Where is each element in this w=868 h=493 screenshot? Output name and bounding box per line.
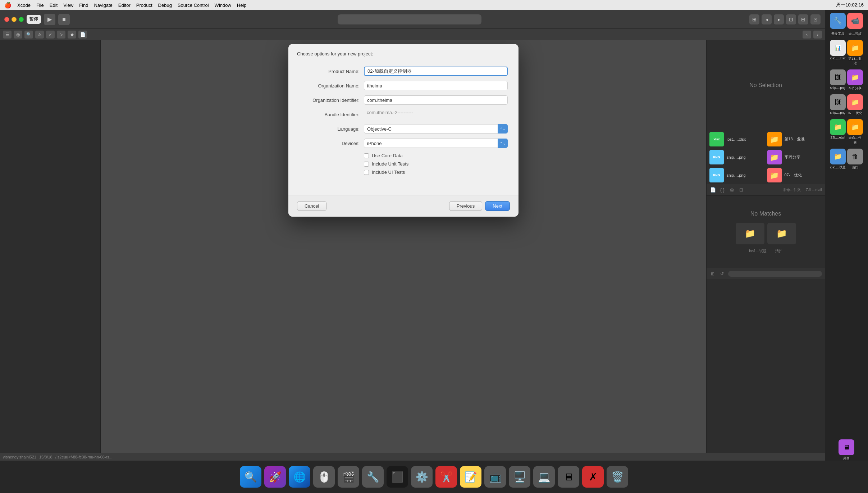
menu-edit[interactable]: Edit bbox=[50, 3, 58, 8]
org-name-label: Organization Name: bbox=[299, 83, 364, 89]
file-list: xlsx ios1….xlsx 📁 第13…业准 PNG snip….png 📁 bbox=[707, 130, 825, 184]
dock-launchpad[interactable]: 🚀 bbox=[264, 466, 286, 488]
dock-item-12[interactable]: 🖥️ bbox=[509, 466, 530, 488]
language-select[interactable]: Objective-C Swift bbox=[364, 124, 508, 134]
dock-video[interactable]: 🎬 bbox=[338, 466, 359, 488]
menu-view[interactable]: View bbox=[63, 3, 73, 8]
desktop-icon-row-5: 📁 📁 bbox=[830, 119, 863, 135]
menu-window[interactable]: Window bbox=[215, 3, 231, 8]
menu-navigate[interactable]: Navigate bbox=[94, 3, 112, 8]
language-label: Language: bbox=[299, 126, 364, 132]
include-ui-tests-label: Include UI Tests bbox=[372, 169, 405, 175]
minimize-button[interactable] bbox=[12, 17, 17, 22]
nav-debug-btn[interactable]: ▷ bbox=[57, 31, 65, 39]
rp-icon-4[interactable]: ⊡ bbox=[737, 186, 745, 194]
xcode-toolbar: 暂停 ▶ ■ ⊞ ◂ ▸ ⊡ ⊟ ⊡ bbox=[0, 10, 825, 29]
previous-button[interactable]: Previous bbox=[449, 201, 483, 211]
bundle-id-row: Bundle Identifier: com.itheima.-2-------… bbox=[299, 110, 508, 119]
nav-btn-2[interactable]: ▸ bbox=[774, 14, 784, 24]
right-panel-toolbar: 📄 { } ◎ ⊡ 未命…件夹 ZJL…etail bbox=[707, 184, 825, 196]
org-name-input[interactable] bbox=[364, 81, 508, 90]
nav-back-btn[interactable]: ‹ bbox=[803, 31, 811, 39]
dock-item-11[interactable]: 📺 bbox=[484, 466, 506, 488]
modal-body: Product Name: Organization Name: Organiz… bbox=[288, 59, 518, 195]
dock-finder[interactable]: 🔍 bbox=[240, 466, 261, 488]
desktop-label-row-5: ZJL…etail 未命…件夹 bbox=[830, 136, 863, 145]
product-name-label: Product Name: bbox=[299, 69, 364, 74]
toolbar-center bbox=[73, 14, 746, 24]
status-path: /.s2euu+f-88-fc38-rnu-hn-08-rs... bbox=[55, 455, 113, 459]
org-identifier-input[interactable] bbox=[364, 95, 508, 105]
include-unit-tests-checkbox[interactable] bbox=[364, 162, 369, 167]
include-ui-tests-checkbox[interactable] bbox=[364, 170, 369, 175]
include-unit-tests-label: Include Unit Tests bbox=[372, 161, 408, 167]
assistant-btn[interactable]: ⊟ bbox=[798, 14, 808, 24]
dock-tools[interactable]: 🔧 bbox=[362, 466, 384, 488]
menu-find[interactable]: Find bbox=[79, 3, 88, 8]
scheme-selector[interactable] bbox=[338, 14, 481, 24]
dock-safari[interactable]: 🌐 bbox=[289, 466, 310, 488]
file-name-folder2: 车丹分享 bbox=[785, 154, 822, 160]
maximize-button[interactable] bbox=[19, 17, 24, 22]
file-name-folder3: 07-…优化 bbox=[785, 172, 822, 178]
use-core-data-row: Use Core Data bbox=[364, 153, 508, 158]
menu-file[interactable]: File bbox=[36, 3, 44, 8]
stop-button[interactable]: ■ bbox=[58, 14, 70, 25]
xcode-window: 暂停 ▶ ■ ⊞ ◂ ▸ ⊡ ⊟ ⊡ ☰ ◎ 🔍 ⚠ ✓ ▷ ◆ 📄 ‹ › bbox=[0, 10, 825, 461]
menu-help[interactable]: Help bbox=[237, 3, 247, 8]
menu-xcode[interactable]: Xcode bbox=[17, 3, 31, 8]
dock-system-prefs[interactable]: ⚙️ bbox=[411, 466, 433, 488]
nav-forward-btn[interactable]: › bbox=[813, 31, 822, 39]
nav-breakpoint-btn[interactable]: ◆ bbox=[68, 31, 76, 39]
dock-notes[interactable]: 📝 bbox=[460, 466, 481, 488]
menu-product[interactable]: Product bbox=[136, 3, 152, 8]
dock: 🔍 🚀 🌐 🖱️ 🎬 🔧 ⬛ ⚙️ ✂️ 📝 📺 🖥️ 💻 🖥 ✗ 🗑️ bbox=[0, 461, 868, 493]
dock-trash[interactable]: 🗑️ bbox=[607, 466, 628, 488]
desktop-label-row-1: 开发工具 未…视频 bbox=[830, 32, 863, 36]
dock-item-15[interactable]: ✗ bbox=[582, 466, 604, 488]
rp-icon-1[interactable]: 📄 bbox=[709, 186, 717, 194]
close-button[interactable] bbox=[4, 17, 9, 22]
file-item-xlsx: xlsx ios1….xlsx 📁 第13…业准 bbox=[707, 130, 825, 148]
menu-editor[interactable]: Editor bbox=[118, 3, 131, 8]
apple-menu[interactable]: 🍎 bbox=[4, 2, 12, 9]
product-name-input[interactable] bbox=[364, 67, 508, 76]
nav-warning-btn[interactable]: ⚠ bbox=[35, 31, 44, 39]
nav-find-btn[interactable]: 🔍 bbox=[24, 31, 33, 39]
dock-item-13[interactable]: 💻 bbox=[533, 466, 555, 488]
rp-icon-3[interactable]: ◎ bbox=[728, 186, 735, 194]
use-core-data-checkbox[interactable] bbox=[364, 153, 369, 158]
rp-icon-2[interactable]: { } bbox=[719, 186, 726, 194]
desktop-icon-row-2: 📊 📁 bbox=[830, 40, 863, 56]
nav-sidebar-btn[interactable]: ☰ bbox=[3, 31, 12, 39]
file-info-folder1: 第13…业准 bbox=[785, 136, 822, 142]
run-button[interactable]: ▶ bbox=[44, 14, 55, 25]
dock-xmind[interactable]: ✂️ bbox=[435, 466, 457, 488]
nav-btn-1[interactable]: ◂ bbox=[762, 14, 772, 24]
nav-test-btn[interactable]: ✓ bbox=[46, 31, 55, 39]
bottom-icon-clock[interactable]: ↺ bbox=[719, 271, 725, 277]
window-controls bbox=[4, 17, 24, 22]
devices-select[interactable]: iPhone iPad Universal bbox=[364, 139, 508, 148]
right-bottom-panel: No Matches 📁 📁 ios1…试题 清扫 bbox=[707, 196, 825, 268]
right-panel-btn[interactable]: ⊡ bbox=[810, 14, 821, 24]
split-editor-btn[interactable]: ⊡ bbox=[786, 14, 796, 24]
file-name-snip2: snip….png bbox=[727, 173, 764, 177]
nav-symbol-btn[interactable]: ◎ bbox=[14, 31, 22, 39]
menu-source-control[interactable]: Source Control bbox=[178, 3, 209, 8]
file-thumb-snip2: PNG bbox=[709, 168, 724, 182]
nav-left-panel-btn[interactable]: ⊞ bbox=[749, 14, 759, 24]
cancel-button[interactable]: Cancel bbox=[297, 201, 326, 211]
no-selection-label: No Selection bbox=[749, 82, 782, 89]
bottom-icon-grid[interactable]: ⊞ bbox=[709, 271, 716, 277]
file-info-folder3: 07-…优化 bbox=[785, 172, 822, 178]
desktop-label-row-4: snip….png 07-…优化 bbox=[830, 111, 863, 116]
dock-cursor[interactable]: 🖱️ bbox=[313, 466, 335, 488]
menu-debug[interactable]: Debug bbox=[158, 3, 172, 8]
next-button[interactable]: Next bbox=[485, 201, 510, 211]
far-right-desktop: 🔧 📹 开发工具 未…视频 📊 📁 ios1….xlsx 第13…业准 🖼 📁 … bbox=[825, 10, 868, 461]
dock-terminal[interactable]: ⬛ bbox=[387, 466, 408, 488]
dock-item-14[interactable]: 🖥 bbox=[558, 466, 579, 488]
nav-report-btn[interactable]: 📄 bbox=[78, 31, 87, 39]
file-name-xlsx: ios1….xlsx bbox=[727, 137, 764, 141]
